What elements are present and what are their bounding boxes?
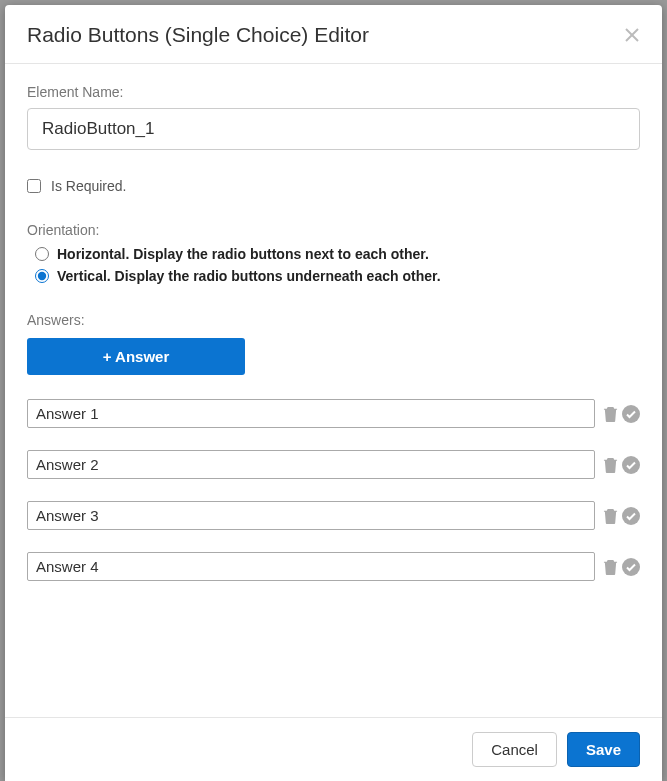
answers-label: Answers: bbox=[27, 312, 640, 328]
answer-row-icons bbox=[603, 507, 640, 525]
orientation-horizontal-row: Horizontal. Display the radio buttons ne… bbox=[27, 246, 640, 262]
modal-header: Radio Buttons (Single Choice) Editor bbox=[5, 5, 662, 64]
save-button[interactable]: Save bbox=[567, 732, 640, 767]
check-circle-icon[interactable] bbox=[622, 558, 640, 576]
cancel-button[interactable]: Cancel bbox=[472, 732, 557, 767]
orientation-vertical-row: Vertical. Display the radio buttons unde… bbox=[27, 268, 640, 284]
answer-input[interactable] bbox=[27, 450, 595, 479]
orientation-group: Orientation: Horizontal. Display the rad… bbox=[27, 222, 640, 284]
trash-icon[interactable] bbox=[603, 405, 618, 422]
is-required-checkbox[interactable] bbox=[27, 179, 41, 193]
element-name-label: Element Name: bbox=[27, 84, 640, 100]
check-circle-icon[interactable] bbox=[622, 405, 640, 423]
answer-row-icons bbox=[603, 405, 640, 423]
is-required-label[interactable]: Is Required. bbox=[51, 178, 126, 194]
check-circle-icon[interactable] bbox=[622, 507, 640, 525]
is-required-row: Is Required. bbox=[27, 178, 640, 194]
answer-row bbox=[27, 450, 640, 479]
trash-icon[interactable] bbox=[603, 507, 618, 524]
orientation-horizontal-label[interactable]: Horizontal. Display the radio buttons ne… bbox=[57, 246, 429, 262]
modal-title: Radio Buttons (Single Choice) Editor bbox=[27, 23, 369, 47]
orientation-horizontal-radio[interactable] bbox=[35, 247, 49, 261]
svg-point-5 bbox=[622, 558, 640, 576]
answer-row bbox=[27, 501, 640, 530]
svg-point-3 bbox=[622, 456, 640, 474]
svg-point-2 bbox=[622, 405, 640, 423]
modal-body: Element Name: Is Required. Orientation: … bbox=[5, 64, 662, 717]
trash-icon[interactable] bbox=[603, 558, 618, 575]
answer-input[interactable] bbox=[27, 501, 595, 530]
answer-input[interactable] bbox=[27, 399, 595, 428]
answer-row bbox=[27, 552, 640, 581]
orientation-label: Orientation: bbox=[27, 222, 640, 238]
close-icon[interactable] bbox=[624, 27, 640, 43]
orientation-vertical-label[interactable]: Vertical. Display the radio buttons unde… bbox=[57, 268, 441, 284]
element-name-input[interactable] bbox=[27, 108, 640, 150]
radio-editor-modal: Radio Buttons (Single Choice) Editor Ele… bbox=[5, 5, 662, 781]
answer-row bbox=[27, 399, 640, 428]
answer-row-icons bbox=[603, 558, 640, 576]
check-circle-icon[interactable] bbox=[622, 456, 640, 474]
add-answer-button[interactable]: + Answer bbox=[27, 338, 245, 375]
answers-section: Answers: + Answer bbox=[27, 312, 640, 581]
modal-footer: Cancel Save bbox=[5, 717, 662, 781]
trash-icon[interactable] bbox=[603, 456, 618, 473]
answer-input[interactable] bbox=[27, 552, 595, 581]
svg-point-4 bbox=[622, 507, 640, 525]
orientation-vertical-radio[interactable] bbox=[35, 269, 49, 283]
answer-row-icons bbox=[603, 456, 640, 474]
